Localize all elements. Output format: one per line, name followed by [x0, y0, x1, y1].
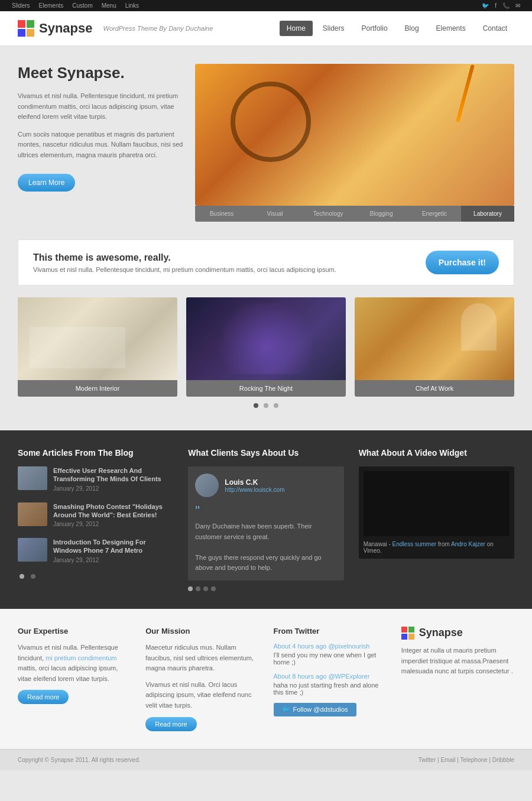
synapse-footer-text: Synapse — [419, 627, 463, 639]
footer-link-twitter[interactable]: Twitter — [419, 757, 436, 763]
tweet-time-1: About 4 hours ago @pixelnourish — [274, 643, 387, 650]
featured-image-chef — [355, 297, 514, 380]
expertise-link[interactable]: mi pretium condimentum — [46, 654, 116, 661]
admin-link-menu[interactable]: Menu — [102, 2, 116, 9]
featured-item-night[interactable]: Rocking The Night — [186, 297, 346, 397]
purchase-button[interactable]: Purchase it! — [426, 251, 499, 274]
nav-blog[interactable]: Blog — [398, 21, 426, 36]
testimonial-quote: Dany Duchaine have been superb. Their cu… — [195, 521, 336, 573]
testimonial-box: Louis C.K http://www.louisck.com " Dany … — [188, 466, 343, 581]
slider-tab-laboratory[interactable]: Laboratory — [461, 206, 514, 222]
testimonial-dot-1[interactable] — [188, 586, 193, 591]
learn-more-button[interactable]: Learn More — [18, 174, 75, 192]
featured-item-interior[interactable]: Modern Interior — [18, 297, 177, 397]
hero-image-area: Business Visual Technology Blogging Ener… — [195, 64, 514, 222]
synapse-footer-logo: Synapse — [401, 627, 514, 640]
blog-title-2: Smashing Photo Contest "Holidays Around … — [53, 502, 173, 520]
video-author-link[interactable]: Andro Kajzer — [451, 541, 485, 547]
blog-thumb-2 — [18, 502, 47, 526]
blog-item-1[interactable]: Effective User Research And Transforming… — [18, 466, 173, 492]
blog-title-3: Introduction To Designing For Windows Ph… — [53, 538, 173, 555]
featured-image-night — [186, 297, 346, 380]
expertise-read-more-button[interactable]: Read more — [18, 690, 69, 704]
admin-link-custom[interactable]: Custom — [72, 2, 92, 9]
phone-icon[interactable]: 📞 — [502, 2, 510, 9]
nav-sliders[interactable]: Sliders — [316, 21, 352, 36]
admin-bar: Sliders Elements Custom Menu Links 🐦 f 📞… — [0, 0, 532, 11]
blog-date-2: January 29, 2012 — [53, 521, 173, 527]
testimonial-dot-2[interactable] — [196, 586, 200, 591]
nav-portfolio[interactable]: Portfolio — [355, 21, 395, 36]
featured-dot-3[interactable] — [274, 403, 278, 408]
video-endless-summer-link[interactable]: Endless summer — [392, 541, 436, 547]
tweet-text-2: haha no just starting fresh and alone th… — [274, 682, 387, 696]
featured-section: Modern Interior Rocking The Night Chef A… — [0, 286, 532, 430]
tweet-time-2: About 8 hours ago @WPExplorer — [274, 673, 387, 680]
twitter-icon[interactable]: 🐦 — [482, 2, 489, 9]
blog-pagination-dots — [18, 574, 173, 579]
email-icon[interactable]: ✉ — [515, 2, 520, 9]
admin-bar-links[interactable]: Sliders Elements Custom Menu Links — [12, 2, 139, 9]
mission-para1: Maecetur ridiculus mus. Nullam faucibus,… — [145, 643, 258, 674]
blog-title: Some Articles From The Blog — [18, 448, 173, 458]
author-url[interactable]: http://www.louisck.com — [225, 487, 284, 493]
blog-info-2: Smashing Photo Contest "Holidays Around … — [53, 502, 173, 528]
slider-tab-visual[interactable]: Visual — [248, 206, 301, 222]
testimonial-author: Louis C.K http://www.louisck.com — [195, 474, 336, 497]
nav-home[interactable]: Home — [280, 21, 313, 36]
slider-tab-business[interactable]: Business — [195, 206, 248, 222]
video-title: What About A Video Widget — [359, 448, 514, 458]
video-player[interactable] — [364, 471, 510, 536]
admin-link-sliders[interactable]: Sliders — [12, 2, 30, 9]
slider-tab-energetic[interactable]: Energetic — [408, 206, 461, 222]
author-avatar — [195, 474, 219, 497]
featured-label-interior: Modern Interior — [18, 380, 177, 397]
hero-para2: Cum sociis natoque penatibus et magnis d… — [18, 129, 183, 161]
footer-link-email[interactable]: Email — [440, 757, 455, 763]
night-decor — [198, 303, 334, 374]
slider-tab-blogging[interactable]: Blogging — [355, 206, 408, 222]
follow-button-label: Follow @ddstudios — [293, 706, 348, 713]
logo-tagline: WordPress Theme By Dany Duchaine — [103, 25, 213, 32]
quote-mark-icon: " — [195, 503, 336, 518]
twitter-title: From Twitter — [274, 627, 387, 635]
blog-dot-1[interactable] — [20, 574, 24, 579]
blog-dot-2[interactable] — [31, 574, 35, 579]
slider-tab-technology[interactable]: Technology — [301, 206, 355, 222]
admin-bar-social[interactable]: 🐦 f 📞 ✉ — [482, 2, 520, 9]
featured-item-chef[interactable]: Chef At Work — [355, 297, 514, 397]
tweet-text-1: I'll send you my new one when I get home… — [274, 651, 387, 666]
video-section: What About A Video Widget Manawai - Endl… — [359, 448, 514, 591]
featured-dot-1[interactable] — [254, 403, 258, 408]
purchase-banner: This theme is awesome, really. Vivamus e… — [18, 239, 514, 286]
blog-item-3[interactable]: Introduction To Designing For Windows Ph… — [18, 538, 173, 563]
admin-link-links[interactable]: Links — [125, 2, 139, 9]
synapse-footer-description: Integer at nulla ut mauris pretium imper… — [401, 646, 514, 677]
twitter-bird-icon: 🐦 — [282, 706, 290, 714]
mission-read-more-button[interactable]: Read more — [145, 717, 196, 731]
blog-section: Some Articles From The Blog Effective Us… — [18, 448, 173, 591]
featured-grid: Modern Interior Rocking The Night Chef A… — [18, 297, 514, 397]
synapse-footer-col: Synapse Integer at nulla ut mauris preti… — [401, 627, 514, 731]
purchase-heading: This theme is awesome, really. — [33, 252, 336, 263]
svg-rect-5 — [408, 627, 414, 633]
svg-rect-0 — [18, 20, 25, 28]
admin-link-elements[interactable]: Elements — [39, 2, 64, 9]
mission-title: Our Mission — [145, 627, 258, 635]
testimonial-dot-3[interactable] — [203, 586, 208, 591]
featured-dot-2[interactable] — [264, 403, 268, 408]
facebook-icon[interactable]: f — [495, 2, 497, 9]
video-caption: Manawai - Endless summer from Andro Kajz… — [364, 541, 510, 554]
logo-icon — [18, 20, 34, 37]
footer-link-telephone[interactable]: Telephone — [460, 757, 487, 763]
blog-date-3: January 29, 2012 — [53, 557, 173, 563]
nav-contact[interactable]: Contact — [476, 21, 514, 36]
follow-twitter-button[interactable]: 🐦 Follow @ddstudios — [274, 703, 356, 716]
nav-elements[interactable]: Elements — [429, 21, 473, 36]
logo[interactable]: Synapse WordPress Theme By Dany Duchaine — [18, 20, 213, 37]
footer-bar: Copyright © Synapse 2011. All rights res… — [0, 749, 532, 770]
featured-carousel-dots — [18, 397, 514, 419]
blog-item-2[interactable]: Smashing Photo Contest "Holidays Around … — [18, 502, 173, 528]
footer-link-dribbble[interactable]: Dribbble — [492, 757, 514, 763]
testimonial-dot-4[interactable] — [211, 586, 216, 591]
